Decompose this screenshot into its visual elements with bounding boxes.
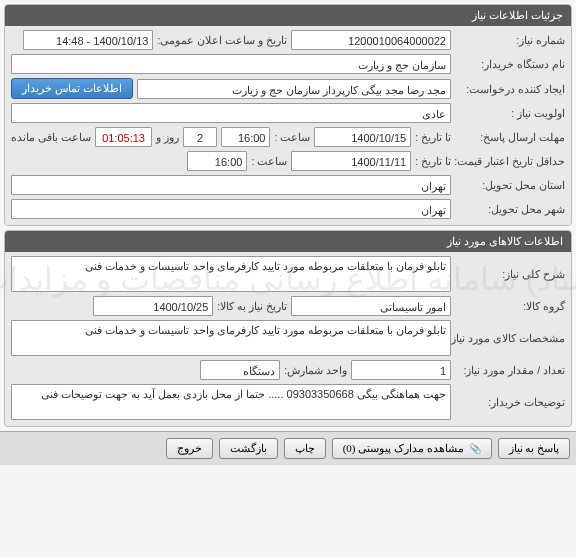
province-value: تهران bbox=[11, 175, 451, 195]
need-date-value: 1400/10/25 bbox=[93, 296, 213, 316]
exit-button[interactable]: خروج bbox=[166, 438, 213, 459]
time-label-2: ساعت : bbox=[251, 155, 287, 167]
attachment-icon bbox=[467, 442, 481, 454]
goods-info-header: اطلاعات کالاهای مورد نیاز bbox=[5, 231, 571, 252]
days-and-label: روز و bbox=[156, 131, 179, 143]
priority-label: اولویت نیاز : bbox=[455, 107, 565, 119]
need-details-section: جزئیات اطلاعات نیاز شماره نیاز: 12000100… bbox=[4, 4, 572, 226]
deadline-label: مهلت ارسال پاسخ: bbox=[455, 131, 565, 143]
group-label: گروه کالا: bbox=[455, 300, 565, 312]
remain-label: ساعت باقی مانده bbox=[11, 131, 91, 143]
announce-value: 1400/10/13 - 14:48 bbox=[23, 30, 153, 50]
print-button[interactable]: چاپ bbox=[284, 438, 326, 459]
footer-toolbar: پاسخ به نیاز مشاهده مدارک پیوستی (0) چاپ… bbox=[0, 431, 576, 465]
city-value: تهران bbox=[11, 199, 451, 219]
until-label-1: تا تاریخ : bbox=[415, 131, 451, 143]
view-attachments-button[interactable]: مشاهده مدارک پیوستی (0) bbox=[332, 438, 492, 459]
priority-value: عادی bbox=[11, 103, 451, 123]
spec-value: تابلو فرمان با متعلقات مربوطه مورد تایید… bbox=[11, 320, 451, 356]
creator-value: مجد رضا مجد بیگی کارپرداز سازمان حج و زی… bbox=[137, 79, 452, 99]
buyer-label: نام دستگاه خریدار: bbox=[455, 58, 565, 70]
reply-button[interactable]: پاسخ به نیاز bbox=[498, 438, 571, 459]
qty-value: 1 bbox=[351, 360, 451, 380]
desc-label: شرح کلی نیاز: bbox=[455, 268, 565, 280]
need-no-label: شماره نیاز: bbox=[455, 34, 565, 46]
group-value: امور تاسیساتی bbox=[291, 296, 451, 316]
spec-label: مشخصات کالای مورد نیاز: bbox=[455, 332, 565, 344]
province-label: استان محل تحویل: bbox=[455, 179, 565, 191]
time-label-1: ساعت : bbox=[274, 131, 310, 143]
countdown-timer: 01:05:13 bbox=[95, 127, 152, 147]
need-date-label: تاریخ نیاز به کالا: bbox=[217, 300, 287, 312]
until-label-2: تا تاریخ : bbox=[415, 155, 451, 167]
unit-value: دستگاه bbox=[200, 360, 280, 380]
creator-label: ایجاد کننده درخواست: bbox=[455, 83, 565, 95]
validity-label: حداقل تاریخ اعتبار قیمت: bbox=[455, 155, 565, 167]
buyer-value: سازمان حج و زیارت bbox=[11, 54, 451, 74]
goods-info-section: اطلاعات کالاهای مورد نیاز شرح کلی نیاز: … bbox=[4, 230, 572, 427]
validity-date: 1400/11/11 bbox=[291, 151, 411, 171]
qty-label: تعداد / مقدار مورد نیاز: bbox=[455, 364, 565, 376]
view-attachments-label: مشاهده مدارک پیوستی (0) bbox=[343, 442, 464, 454]
back-button[interactable]: بازگشت bbox=[219, 438, 278, 459]
validity-time: 16:00 bbox=[187, 151, 247, 171]
need-no-value: 1200010064000022 bbox=[291, 30, 451, 50]
need-details-header: جزئیات اطلاعات نیاز bbox=[5, 5, 571, 26]
days-remaining: 2 bbox=[183, 127, 217, 147]
announce-label: تاریخ و ساعت اعلان عمومی: bbox=[157, 34, 287, 46]
unit-label: واحد شمارش: bbox=[284, 364, 347, 376]
deadline-time: 16:00 bbox=[221, 127, 271, 147]
buyer-contact-button[interactable]: اطلاعات تماس خریدار bbox=[11, 78, 133, 99]
city-label: شهر محل تحویل: bbox=[455, 203, 565, 215]
notes-label: توضیحات خریدار: bbox=[455, 396, 565, 408]
deadline-date: 1400/10/15 bbox=[314, 127, 411, 147]
desc-value: تابلو فرمان با متعلقات مربوطه مورد تایید… bbox=[11, 256, 451, 292]
notes-value: جهت هماهنگی بیگی 09303350668 ..... حتما … bbox=[11, 384, 451, 420]
